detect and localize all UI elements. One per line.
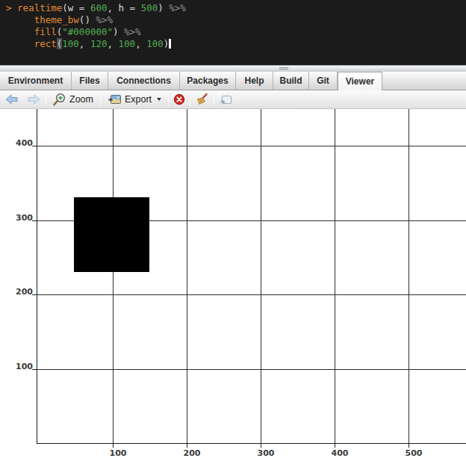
tab-help[interactable]: Help [236,72,273,90]
x-tick-label: 400 [325,448,355,458]
tab-viewer[interactable]: Viewer [338,72,382,90]
y-tick-label: 400 [0,138,33,149]
dropdown-caret-icon [157,98,161,101]
tab-build[interactable]: Build [273,72,309,90]
zoom-label: Zoom [69,94,93,105]
x-tick [187,443,187,448]
tab-files[interactable]: Files [72,72,108,90]
v-gridline [261,109,261,443]
viewer-plot-pane[interactable]: 400 300 200 100 100 200 300 400 500 [0,109,466,476]
x-tick-label: 300 [251,448,281,458]
x-tick-label: 100 [103,448,133,458]
y-tick-label: 300 [0,213,33,223]
viewer-toolbar: Zoom Export [0,90,466,109]
toolbar-separator [46,93,46,106]
x-tick-label: 500 [399,448,429,458]
x-tick [408,443,409,448]
export-image-icon [108,94,122,105]
tab-environment[interactable]: Environment [0,72,72,90]
v-gridline [408,109,409,443]
x-tick [261,443,261,448]
toolbar-separator [100,93,101,106]
v-gridline [335,109,335,443]
broom-icon[interactable] [195,93,209,106]
h-gridline [37,294,466,295]
v-gridline [113,109,114,443]
v-gridline [187,109,187,443]
zoom-button[interactable]: Zoom [51,91,96,108]
x-tick [335,443,335,448]
x-axis-line [37,443,466,444]
y-axis-line [37,109,37,444]
tab-connections[interactable]: Connections [108,72,180,90]
console-line: theme_bw() %>% [6,14,466,26]
x-tick [113,443,114,448]
y-tick-label: 100 [0,362,33,372]
tab-packages[interactable]: Packages [180,72,236,90]
pane-splitter[interactable] [0,65,466,72]
y-tick-label: 200 [0,287,33,297]
magnifier-plus-icon [53,93,66,106]
h-gridline [37,369,466,370]
console-pane[interactable]: > realtime(w = 600, h = 500) %>% theme_b… [0,0,466,65]
console-line: fill("#000000") %>% [6,26,466,38]
console-prompt: > [6,2,17,13]
toolbar-separator [168,93,169,106]
console-line: rect(100, 120, 100, 100) [6,38,466,50]
x-tick-label: 200 [177,448,207,458]
pane-tabbar: Environment Files Connections Packages H… [0,72,466,90]
export-label: Export [125,94,152,105]
back-icon[interactable] [4,93,19,105]
text-cursor [169,39,171,49]
tab-git[interactable]: Git [309,72,338,90]
h-gridline [37,146,466,146]
forward-icon[interactable] [26,93,41,105]
console-line: > realtime(w = 600, h = 500) %>% [6,2,466,14]
toolbar-separator [214,93,214,106]
remove-red-x-icon[interactable] [173,93,185,105]
plot-rect [74,197,149,272]
export-button[interactable]: Export [105,93,164,107]
popout-window-icon[interactable] [219,94,232,105]
splitter-grip-icon[interactable] [279,67,288,70]
toolbar-separator [190,93,190,106]
